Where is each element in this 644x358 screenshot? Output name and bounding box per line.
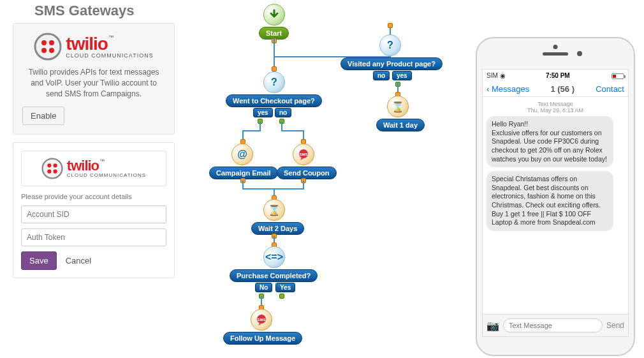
svg-text:SMS: SMS xyxy=(299,153,307,156)
auth-token-input[interactable] xyxy=(21,228,166,246)
twilio-word: twilio xyxy=(67,158,99,174)
back-label: Messages xyxy=(492,84,529,94)
tm: ™ xyxy=(99,158,105,164)
battery-icon xyxy=(611,73,624,79)
phone-screen: SIM ◉ 7:50 PM ‹ Messages 1 (56 ) Contact… xyxy=(482,69,629,337)
compare-icon[interactable]: <=> xyxy=(263,246,285,268)
twilio-description: Twilio provides APIs for text messages a… xyxy=(22,67,165,99)
wifi-icon: ◉ xyxy=(500,72,506,79)
chevron-left-icon: ‹ xyxy=(487,84,489,94)
messages-area[interactable]: Text MessageThu, May 29, 8:13 AM Hello R… xyxy=(483,97,628,314)
sms-icon[interactable]: SMS xyxy=(293,144,314,165)
message-meta: Text MessageThu, May 29, 8:13 AM xyxy=(487,101,624,114)
purchase-question-node[interactable]: Purchase Completed? xyxy=(230,269,318,282)
message-bubble: Hello Ryan!! Exclusive offers for our cu… xyxy=(487,116,613,167)
save-button[interactable]: Save xyxy=(21,251,57,270)
twilio-icon xyxy=(34,33,62,61)
no-label[interactable]: no xyxy=(373,71,390,80)
svg-point-6 xyxy=(47,164,51,168)
product-question-node[interactable]: Visited any Product page? xyxy=(340,57,443,70)
status-time: 7:50 PM xyxy=(546,72,570,79)
svg-point-7 xyxy=(53,164,57,168)
start-icon[interactable] xyxy=(263,4,285,26)
connector xyxy=(242,188,304,190)
svg-point-2 xyxy=(49,40,54,45)
twilio-logo-small: twilio™CLOUD COMMUNICATIONS xyxy=(21,151,166,186)
send-coupon-node[interactable]: Send Coupon xyxy=(277,167,337,179)
svg-point-9 xyxy=(53,170,57,174)
sms-icon[interactable]: SMS xyxy=(251,309,272,331)
phone-speaker xyxy=(543,52,568,56)
message-bubble: Special Christamas offers on Snapdeal. G… xyxy=(487,171,613,231)
compose-input[interactable] xyxy=(503,318,603,332)
svg-point-4 xyxy=(49,48,54,53)
credentials-hint: Please provide your account details xyxy=(21,193,166,200)
wait-1-day-node[interactable]: Wait 1 day xyxy=(376,119,425,131)
carrier: SIM xyxy=(487,72,498,79)
back-button[interactable]: ‹ Messages xyxy=(487,84,529,94)
connector xyxy=(242,130,260,131)
tm: ™ xyxy=(108,34,113,40)
twilio-logo: twilio™CLOUD COMMUNICATIONS xyxy=(22,33,165,61)
svg-point-3 xyxy=(41,48,47,53)
account-sid-input[interactable] xyxy=(21,205,166,223)
follow-up-node[interactable]: Follow Up Message xyxy=(223,332,302,345)
phone-mockup: SIM ◉ 7:50 PM ‹ Messages 1 (56 ) Contact… xyxy=(476,37,635,356)
yes-label[interactable]: Yes xyxy=(275,283,295,292)
page-title: SMS Gateways xyxy=(34,3,175,19)
decision-icon[interactable]: ? xyxy=(263,71,285,93)
twilio-enable-card: twilio™CLOUD COMMUNICATIONS Twilio provi… xyxy=(13,23,175,135)
svg-point-8 xyxy=(47,170,51,174)
svg-point-0 xyxy=(35,34,61,59)
camera-icon[interactable]: 📷 xyxy=(487,320,499,332)
status-bar: SIM ◉ 7:50 PM xyxy=(483,70,628,82)
message-composer: 📷 Send xyxy=(483,314,628,336)
wait-2-days-node[interactable]: Wait 2 Days xyxy=(251,222,304,235)
contact-button[interactable]: Contact xyxy=(596,84,624,94)
yes-label[interactable]: yes xyxy=(253,108,273,117)
twilio-tagline: CLOUD COMMUNICATIONS xyxy=(66,53,153,59)
campaign-email-node[interactable]: Campaign Email xyxy=(209,167,278,179)
twilio-icon xyxy=(41,158,63,179)
email-icon[interactable]: @ xyxy=(231,144,253,165)
connector-dot xyxy=(272,66,277,71)
yes-label[interactable]: yes xyxy=(392,71,412,80)
twilio-credentials-card: twilio™CLOUD COMMUNICATIONS Please provi… xyxy=(13,142,175,278)
send-button[interactable]: Send xyxy=(606,321,624,330)
twilio-word: twilio xyxy=(66,34,108,54)
phone-sensor xyxy=(553,45,558,49)
connector-dot xyxy=(388,23,393,28)
start-node[interactable]: Start xyxy=(259,27,289,40)
connector xyxy=(281,130,304,131)
svg-text:SMS: SMS xyxy=(257,318,265,322)
phone-camera xyxy=(577,51,582,56)
decision-icon[interactable]: ? xyxy=(379,34,401,56)
wait-icon[interactable]: ⌛ xyxy=(263,199,285,221)
connector-dot xyxy=(279,294,284,299)
cancel-button[interactable]: Cancel xyxy=(63,252,94,269)
no-label[interactable]: no xyxy=(275,108,291,117)
connector xyxy=(274,38,275,57)
flowchart: Start ? Went to Checkout page? yes no ? … xyxy=(191,0,472,358)
conversation-title: 1 (56 ) xyxy=(550,84,574,94)
svg-point-1 xyxy=(41,40,47,45)
no-label[interactable]: No xyxy=(255,283,272,292)
nav-bar: ‹ Messages 1 (56 ) Contact xyxy=(483,82,628,97)
svg-point-5 xyxy=(42,159,62,179)
wait-icon[interactable]: ⌛ xyxy=(387,96,409,117)
enable-button[interactable]: Enable xyxy=(22,107,64,125)
checkout-question-node[interactable]: Went to Checkout page? xyxy=(226,94,322,107)
twilio-tagline: CLOUD COMMUNICATIONS xyxy=(67,173,146,178)
